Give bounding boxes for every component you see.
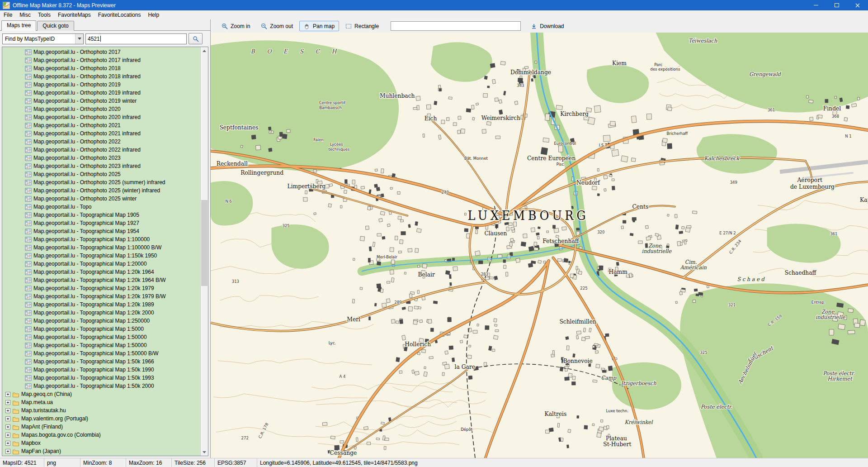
expand-plus-icon[interactable]	[5, 416, 10, 421]
tree-item-label: Map.geoportail.lu - Topographical Map 1:…	[33, 293, 166, 300]
map-label: Itzigerboesch	[621, 380, 656, 386]
tree-item[interactable]: Map.geoportail.lu - Orthophoto 2023 infr…	[2, 162, 200, 170]
tree-item[interactable]: Map.geoportail.lu - Orthophoto 2020	[2, 105, 200, 113]
pan-map-button[interactable]: Pan map	[299, 21, 339, 31]
tree-item[interactable]: Map.geoportail.lu - Topographical Map 19…	[2, 227, 200, 235]
tree-item[interactable]: Map.geoportail.lu - Topographical Map 1:…	[2, 382, 200, 390]
menu-help[interactable]: Help	[144, 11, 163, 19]
tree-item[interactable]: Map.geoportail.lu - Topographical Map 1:…	[2, 268, 200, 276]
tab-quick-goto[interactable]: Quick goto	[37, 21, 74, 31]
tree-item[interactable]: Map.geoportail.lu - Topographical Map 1:…	[2, 366, 200, 374]
scroll-down-icon[interactable]	[201, 448, 208, 456]
tree-scrollbar-thumb[interactable]	[201, 200, 208, 286]
zoom-in-button[interactable]: Zoom in	[217, 21, 255, 31]
tree-item[interactable]: Map.geoportail.lu - Topo	[2, 203, 200, 211]
map-label: Eich	[425, 114, 437, 121]
tree-item[interactable]: Map.geoportail.lu - Orthophoto 2019 wint…	[2, 97, 200, 105]
tree-item[interactable]: Map.geoportail.lu - Topographical Map 1:…	[2, 235, 200, 243]
mapstypeid-input[interactable]: 4521	[85, 33, 187, 44]
map-canvas[interactable]: B O E S C HTéiweslachGrengewaldDommeldan…	[211, 33, 868, 458]
tree-item[interactable]: Map.geoportail.lu - Topographical Map 1:…	[2, 317, 200, 325]
menu-favoritelocations[interactable]: FavoriteLocations	[94, 11, 145, 19]
tree-folder[interactable]: Map.turistautak.hu	[2, 406, 200, 415]
tree-item[interactable]: Map.geoportail.lu - Orthophoto 2021	[2, 121, 200, 129]
tree-item[interactable]: Map.geoportail.lu - Topographical Map 1:…	[2, 325, 200, 333]
expand-plus-icon[interactable]	[5, 392, 10, 397]
find-by-dropdown[interactable]: Find by MapsTypeID	[2, 33, 84, 44]
menu-file[interactable]: File	[0, 11, 16, 19]
tree-item[interactable]: Map.geoportail.lu - Topographical Map 1:…	[2, 300, 200, 309]
map-label: Cessange	[330, 449, 357, 456]
close-button[interactable]	[847, 0, 868, 10]
tree-item[interactable]: Map.geoportail.lu - Topographical Map 1:…	[2, 252, 200, 260]
tree-item[interactable]: Map.geoportail.lu - Orthophoto 2025 wint…	[2, 195, 200, 203]
menu-tools[interactable]: Tools	[34, 11, 54, 19]
download-button[interactable]: Download	[526, 21, 568, 31]
find-by-dropdown-value: Find by MapsTypeID	[5, 36, 55, 42]
menu-favoritemaps[interactable]: FavoriteMaps	[54, 11, 94, 19]
tree-item[interactable]: Map.geoportail.lu - Topographical Map 1:…	[2, 284, 200, 292]
zoom-out-button[interactable]: Zoom out	[256, 21, 297, 31]
rectangle-button[interactable]: Rectangle	[341, 21, 383, 31]
tree-item[interactable]: Map.geoportail.lu - Topographical Map 1:…	[2, 349, 200, 357]
tree-folder[interactable]: Map.meta.ua	[2, 398, 200, 406]
scroll-up-icon[interactable]	[201, 47, 208, 54]
tree-item[interactable]: Map.geoportail.lu - Topographical Map 1:…	[2, 276, 200, 284]
tree-item-label: Map.geoportail.lu - Orthophoto 2025 wint…	[33, 195, 137, 202]
tree-item-label: Map.geoportail.lu - Orthophoto 2019	[33, 81, 121, 88]
map-label: I.S.T.	[599, 143, 608, 148]
tree-item[interactable]: Map.geoportail.lu - Orthophoto 2022 infr…	[2, 146, 200, 154]
tree-item[interactable]: Map.geoportail.lu - Orthophoto 2018	[2, 64, 200, 72]
tree-folder[interactable]: Mapbox	[2, 439, 200, 447]
dropdown-arrow-button[interactable]	[75, 34, 83, 44]
tree-item[interactable]: Map.geoportail.lu - Orthophoto 2019	[2, 81, 200, 89]
tree-item[interactable]: Map.geoportail.lu - Topographical Map 1:…	[2, 309, 200, 317]
status-segment: EPSG:3857	[215, 458, 257, 467]
tree-item[interactable]: Map.geoportail.lu - Topographical Map 1:…	[2, 292, 200, 300]
tree-item[interactable]: Map.geoportail.lu - Topographical Map 19…	[2, 219, 200, 227]
expand-plus-icon[interactable]	[5, 424, 10, 429]
maximize-button[interactable]	[826, 0, 847, 10]
tree-item[interactable]: Map.geoportail.lu - Orthophoto 2025 (sum…	[2, 178, 200, 186]
tree-item[interactable]: Map.geoportail.lu - Orthophoto 2025 (win…	[2, 186, 200, 195]
tree-item-label: Map.geoportail.lu - Topographical Map 1:…	[33, 310, 154, 316]
expand-plus-icon[interactable]	[5, 433, 10, 438]
expand-plus-icon[interactable]	[5, 400, 10, 405]
tree-item-label: Map.geoportail.lu - Orthophoto 2022 infr…	[33, 147, 141, 153]
tree-folder[interactable]: Mapas.bogota.gov.co (Colombia)	[2, 431, 200, 439]
tree-item[interactable]: Map.geoportail.lu - Topographical Map 1:…	[2, 341, 200, 349]
tree-item[interactable]: Map.geoportail.lu - Orthophoto 2020 infr…	[2, 113, 200, 121]
map-label: 320	[597, 229, 604, 234]
map-toolbar-input[interactable]	[391, 21, 521, 31]
map-label: Faïen	[313, 138, 323, 142]
tab-maps-tree[interactable]: Maps tree	[1, 20, 36, 31]
tree-item[interactable]: Map.geoportail.lu - Topographical Map 1:…	[2, 260, 200, 268]
tree-item[interactable]: Map.geoportail.lu - Orthophoto 2018 infr…	[2, 72, 200, 81]
tree-item-label: Map.geoportail.lu - Orthophoto 2025 (sum…	[33, 179, 165, 186]
tree-item[interactable]: Map.geoportail.lu - Orthophoto 2021 infr…	[2, 129, 200, 138]
tree-item[interactable]: Map.geoportail.lu - Topographical Map 19…	[2, 211, 200, 219]
search-button[interactable]	[189, 33, 203, 44]
tree-item[interactable]: Map.geoportail.lu - Orthophoto 2017 infr…	[2, 56, 200, 64]
tree-folder[interactable]: Map.valentim.org (Portugal)	[2, 415, 200, 423]
map-layer-icon	[25, 180, 32, 186]
tree-item[interactable]: Map.geoportail.lu - Orthophoto 2023	[2, 154, 200, 162]
minimize-button[interactable]	[806, 0, 826, 10]
tree-item[interactable]: Map.geoportail.lu - Orthophoto 2019 infr…	[2, 89, 200, 97]
tree-item[interactable]: Map.geoportail.lu - Topographical Map 1:…	[2, 333, 200, 341]
tree-item[interactable]: Map.geoportail.lu - Orthophoto 2017	[2, 48, 200, 56]
expand-plus-icon[interactable]	[5, 441, 10, 446]
tree-folder[interactable]: Map.geoq.cn (China)	[2, 390, 200, 398]
expand-plus-icon[interactable]	[5, 449, 10, 454]
tree-item[interactable]: Map.geoportail.lu - Orthophoto 2022	[2, 138, 200, 146]
map-label: Luxe techn.	[606, 409, 628, 413]
tree-item[interactable]: Map.geoportail.lu - Topographical Map 1:…	[2, 374, 200, 382]
tree-item[interactable]: Map.geoportail.lu - Topographical Map 1:…	[2, 357, 200, 366]
tree-item[interactable]: Map.geoportail.lu - Orthophoto 2025	[2, 170, 200, 178]
expand-plus-icon[interactable]	[5, 408, 10, 413]
tree-folder[interactable]: MapAnt (Finland)	[2, 423, 200, 431]
tree-item[interactable]: Map.geoportail.lu - Topographical Map 1:…	[2, 243, 200, 252]
menu-misc[interactable]: Misc	[16, 11, 34, 19]
tree-scrollbar[interactable]	[200, 47, 208, 456]
tree-folder[interactable]: MapFan (Japan)	[2, 447, 200, 455]
